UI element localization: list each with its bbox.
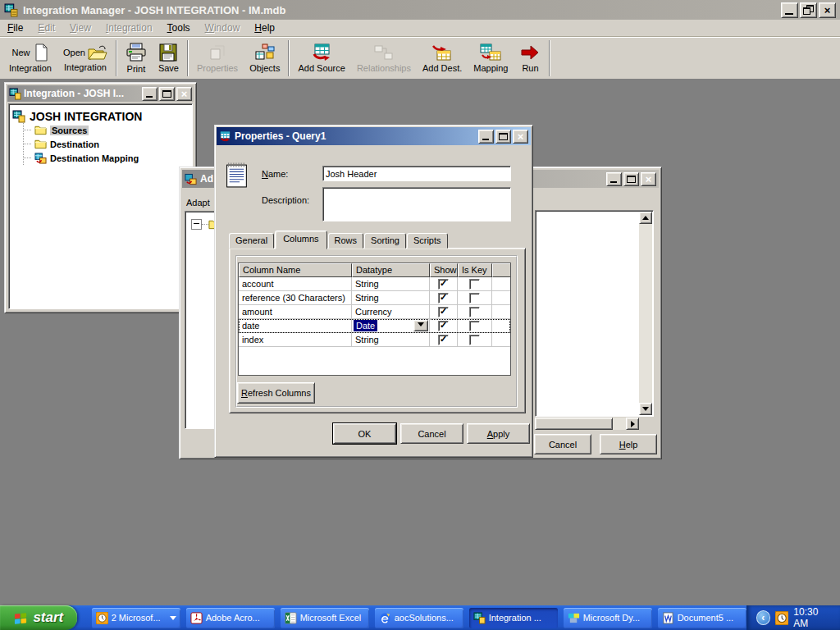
print-button[interactable]: Print bbox=[120, 39, 153, 78]
column-header-datatype[interactable]: Datatype bbox=[352, 263, 430, 277]
adapter-window-icon bbox=[185, 173, 197, 185]
taskbar-button-aocsolutions[interactable]: aocSolutions... bbox=[375, 608, 463, 628]
integration-window-title-bar[interactable]: Integration - JOSH I... × bbox=[7, 85, 194, 102]
objects-button[interactable]: Objects bbox=[244, 39, 285, 78]
menu-tools[interactable]: Tools bbox=[160, 21, 198, 35]
minimize-button[interactable] bbox=[781, 2, 798, 18]
start-button[interactable]: start bbox=[0, 605, 77, 630]
taskbar-button-adobe[interactable]: Adobe Acro... bbox=[186, 608, 275, 628]
cell-datatype[interactable]: String bbox=[352, 291, 430, 304]
column-header-iskey[interactable]: Is Key bbox=[458, 263, 492, 277]
tab-columns[interactable]: Columns bbox=[275, 231, 326, 249]
tab-scripts[interactable]: Scripts bbox=[407, 233, 448, 249]
table-row-amount[interactable]: amount Currency bbox=[239, 305, 510, 319]
tree-item-destination[interactable]: Destination bbox=[24, 137, 189, 151]
add-dest-button[interactable]: Add Dest. bbox=[417, 39, 468, 78]
menu-edit[interactable]: Edit bbox=[30, 21, 62, 35]
new-integration-button[interactable]: New Integration bbox=[3, 39, 57, 78]
taskbar-button-integration-active[interactable]: Integration ... bbox=[469, 608, 558, 628]
menu-window[interactable]: Window bbox=[198, 21, 248, 35]
iskey-checkbox[interactable] bbox=[469, 307, 480, 317]
column-header-show[interactable]: Show bbox=[430, 263, 458, 277]
cell-column-name[interactable]: account bbox=[239, 277, 352, 290]
hide-icons-chevron[interactable]: ‹ bbox=[756, 610, 770, 625]
refresh-columns-button[interactable]: Refresh Columns bbox=[237, 382, 315, 404]
column-header-name[interactable]: Column Name bbox=[239, 263, 352, 277]
datatype-combo[interactable]: Date bbox=[352, 319, 430, 332]
iskey-checkbox[interactable] bbox=[469, 279, 480, 290]
scrollbar-thumb[interactable] bbox=[535, 418, 613, 430]
iskey-checkbox[interactable] bbox=[469, 321, 480, 331]
apply-button[interactable]: Apply bbox=[467, 423, 530, 444]
taskbar-button-excel[interactable]: Microsoft Excel bbox=[281, 608, 369, 628]
open-integration-button[interactable]: Open Integration bbox=[57, 39, 113, 78]
cell-datatype[interactable]: String bbox=[352, 277, 430, 290]
maximize-button[interactable] bbox=[159, 87, 175, 101]
tab-rows[interactable]: Rows bbox=[328, 233, 364, 249]
tree-root-josh-integration[interactable]: JOSH INTEGRATION bbox=[12, 110, 189, 123]
menu-help[interactable]: Help bbox=[247, 21, 282, 35]
cancel-button[interactable]: Cancel bbox=[400, 423, 463, 444]
maximize-button[interactable] bbox=[495, 130, 511, 144]
scroll-up-button[interactable] bbox=[639, 212, 652, 224]
close-button[interactable]: × bbox=[513, 130, 528, 144]
close-button[interactable]: × bbox=[641, 172, 656, 186]
clock[interactable]: 10:30 AM bbox=[793, 606, 833, 629]
table-row-reference[interactable]: reference (30 Characters) String bbox=[239, 291, 510, 305]
close-button[interactable]: × bbox=[819, 2, 836, 18]
save-button[interactable]: Save bbox=[153, 39, 185, 78]
menu-view[interactable]: View bbox=[62, 21, 98, 35]
table-row-account[interactable]: account String bbox=[239, 277, 510, 291]
table-row-index[interactable]: index String bbox=[239, 333, 510, 347]
cell-column-name[interactable]: amount bbox=[239, 305, 352, 318]
cell-datatype[interactable]: Currency bbox=[352, 305, 430, 318]
datatype-dropdown-button[interactable] bbox=[413, 320, 428, 331]
iskey-checkbox[interactable] bbox=[469, 335, 480, 345]
menu-integration[interactable]: Integration bbox=[98, 21, 160, 35]
mapping-button[interactable]: Mapping bbox=[468, 39, 514, 78]
scroll-right-button[interactable] bbox=[626, 418, 639, 430]
show-checkbox[interactable] bbox=[438, 307, 449, 317]
description-input[interactable] bbox=[322, 187, 511, 221]
tab-general[interactable]: General bbox=[229, 233, 274, 249]
cancel-button[interactable]: Cancel bbox=[534, 434, 591, 454]
iskey-checkbox[interactable] bbox=[469, 293, 480, 304]
taskbar-button-dynamics[interactable]: Microsoft Dy... bbox=[564, 608, 652, 628]
vertical-scrollbar[interactable] bbox=[639, 212, 652, 415]
help-button[interactable]: Help bbox=[600, 434, 657, 454]
tray-clock-icon[interactable] bbox=[775, 611, 788, 625]
table-row-date-selected[interactable]: date Date bbox=[239, 319, 510, 333]
properties-dialog-title-bar[interactable]: Properties - Query1 × bbox=[217, 127, 531, 145]
run-button[interactable]: Run bbox=[514, 39, 546, 78]
show-checkbox[interactable] bbox=[438, 293, 449, 304]
show-checkbox[interactable] bbox=[438, 279, 449, 290]
add-source-button[interactable]: Add Source bbox=[292, 39, 350, 78]
show-checkbox[interactable] bbox=[438, 335, 449, 345]
show-checkbox[interactable] bbox=[438, 321, 449, 331]
minimize-button[interactable] bbox=[606, 172, 622, 186]
group-expand-arrow[interactable] bbox=[170, 616, 176, 623]
cell-column-name[interactable]: date bbox=[239, 319, 352, 332]
maximize-button[interactable] bbox=[623, 172, 639, 186]
ok-button[interactable]: OK bbox=[333, 423, 396, 444]
adapter-list[interactable] bbox=[535, 210, 654, 417]
collapse-icon[interactable] bbox=[191, 219, 202, 230]
tree-item-destination-mapping[interactable]: Destination Mapping bbox=[24, 151, 189, 165]
minimize-button[interactable] bbox=[142, 87, 158, 101]
tree-item-sources[interactable]: Sources bbox=[24, 123, 189, 137]
main-title-bar[interactable]: Integration Manager - JOSH INTEGRATION -… bbox=[0, 0, 840, 20]
tab-sorting[interactable]: Sorting bbox=[364, 233, 406, 249]
name-input[interactable] bbox=[322, 166, 511, 181]
minimize-button[interactable] bbox=[478, 130, 494, 144]
taskbar-button-document5[interactable]: Document5 ... bbox=[658, 608, 746, 628]
cell-datatype[interactable]: String bbox=[352, 333, 430, 346]
query-icon bbox=[219, 130, 231, 143]
taskbar-button-grouped-microsoft[interactable]: 2 Microsof... bbox=[92, 608, 180, 628]
restore-button[interactable] bbox=[800, 2, 817, 18]
close-button[interactable]: × bbox=[176, 87, 192, 101]
cell-column-name[interactable]: reference (30 Characters) bbox=[239, 291, 352, 304]
menu-file[interactable]: File bbox=[0, 21, 30, 35]
scroll-down-button[interactable] bbox=[639, 403, 652, 415]
cell-column-name[interactable]: index bbox=[239, 333, 352, 346]
horizontal-scrollbar[interactable] bbox=[535, 418, 639, 430]
